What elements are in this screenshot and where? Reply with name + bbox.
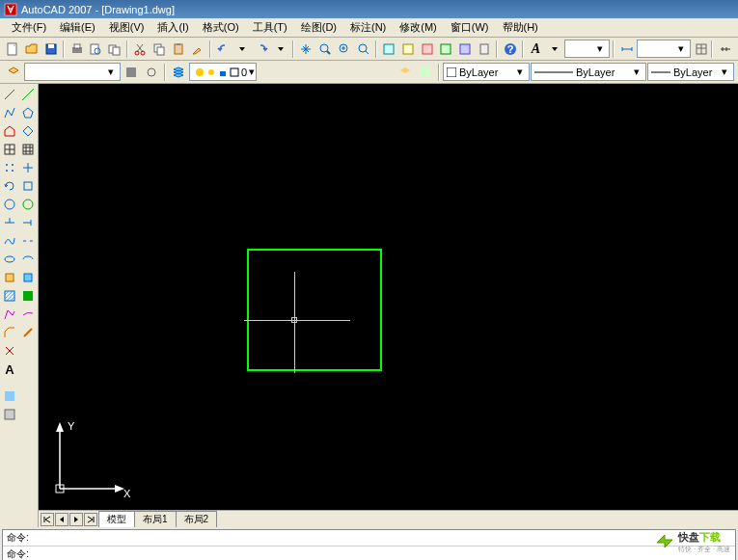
menu-view[interactable]: 视图(V) (103, 18, 150, 37)
ws-icon[interactable] (122, 63, 141, 82)
svg-point-29 (148, 68, 155, 76)
menu-edit[interactable]: 编辑(E) (54, 18, 101, 37)
command-window[interactable]: 命令: 命令: (2, 529, 736, 560)
menu-insert[interactable]: 插入(I) (151, 18, 194, 37)
color-fill-icon[interactable] (1, 387, 18, 405)
crosshair-horizontal (244, 320, 350, 321)
redo-icon[interactable] (253, 40, 271, 59)
ellipse-arc-icon[interactable] (19, 251, 37, 268)
chamfer-icon[interactable] (1, 324, 18, 341)
drawing-canvas[interactable]: Y X (39, 84, 738, 510)
text-icon[interactable]: A (1, 360, 18, 378)
command-input[interactable]: 命令: (3, 546, 735, 560)
canvas-area: Y X 模型 布局1 布局2 (39, 84, 738, 527)
undo-icon[interactable] (214, 40, 232, 59)
measure-icon[interactable] (716, 40, 734, 59)
design-center-icon[interactable] (399, 40, 418, 59)
open-icon[interactable] (23, 40, 41, 59)
layer-prop-icon[interactable] (4, 63, 23, 82)
menu-file[interactable]: 文件(F) (6, 18, 52, 37)
preview-icon[interactable] (87, 40, 105, 59)
font-style-dropdown[interactable]: ▾ (564, 40, 610, 58)
svg-rect-9 (113, 47, 120, 55)
region-icon[interactable] (1, 306, 18, 323)
new-icon[interactable] (4, 40, 22, 59)
tab-prev-icon[interactable] (55, 513, 68, 526)
tab-next-icon[interactable] (69, 513, 83, 526)
menu-format[interactable]: 格式(O) (197, 18, 245, 37)
layer-prev-icon[interactable] (396, 63, 415, 82)
copy-icon[interactable] (150, 40, 169, 59)
grid2-icon[interactable] (19, 141, 37, 158)
undo-dd-icon[interactable] (233, 40, 252, 59)
nav-icon[interactable] (1, 406, 18, 423)
menu-modify[interactable]: 修改(M) (394, 18, 443, 37)
cut-icon[interactable] (131, 40, 150, 59)
insert-icon[interactable] (19, 269, 37, 286)
tab-first-icon[interactable] (41, 513, 54, 526)
rotate-icon[interactable] (1, 177, 18, 195)
paste-icon[interactable] (170, 40, 188, 59)
layer-state-icon[interactable] (416, 63, 435, 82)
linetype-dropdown[interactable]: ByLayer▾ (531, 63, 646, 81)
hex-icon[interactable] (1, 196, 18, 213)
dim-icon[interactable] (617, 40, 636, 59)
tab-layout1[interactable]: 布局1 (134, 511, 177, 527)
house-icon[interactable] (1, 122, 18, 140)
pline-icon[interactable] (1, 104, 18, 121)
block-icon[interactable] (1, 269, 18, 286)
hatch-icon[interactable] (1, 287, 18, 305)
textstyle-icon[interactable]: A (527, 40, 545, 59)
tool-palette-icon[interactable] (418, 40, 436, 59)
zoom-prev-icon[interactable] (354, 40, 372, 59)
zoom-rt-icon[interactable] (316, 40, 335, 59)
sheet-icon[interactable] (437, 40, 455, 59)
hex-o-icon[interactable] (19, 196, 37, 213)
color-dropdown[interactable]: ByLayer▾ (443, 63, 530, 81)
polygon-icon[interactable] (19, 104, 37, 121)
tab-layout2[interactable]: 布局2 (176, 511, 218, 527)
menu-help[interactable]: 帮助(H) (497, 18, 544, 37)
menu-dimension[interactable]: 标注(N) (344, 18, 392, 37)
explode-icon[interactable] (1, 342, 18, 360)
tab-model[interactable]: 模型 (98, 511, 135, 527)
style-dd-icon[interactable] (546, 40, 564, 59)
chamfer2-icon[interactable] (19, 324, 37, 341)
menu-tools[interactable]: 工具(T) (247, 18, 293, 37)
square-icon[interactable] (19, 177, 37, 195)
workspace-dropdown[interactable]: ▾ (24, 63, 121, 81)
menu-draw[interactable]: 绘图(D) (295, 18, 342, 37)
break-icon[interactable] (19, 232, 37, 250)
menu-window[interactable]: 窗口(W) (445, 18, 495, 37)
grid-icon[interactable] (1, 141, 18, 158)
match-icon[interactable] (188, 40, 206, 59)
publish-icon[interactable] (106, 40, 124, 59)
props-icon[interactable] (380, 40, 398, 59)
xline-icon[interactable] (19, 86, 37, 103)
help-icon[interactable]: ? (501, 40, 519, 59)
tab-last-icon[interactable] (84, 513, 97, 526)
redo-dd-icon[interactable] (271, 40, 289, 59)
zoom-win-icon[interactable] (336, 40, 354, 59)
layer-manager-icon[interactable] (169, 63, 188, 82)
gradient-icon[interactable] (19, 287, 37, 305)
save-icon[interactable] (41, 40, 60, 59)
spline-icon[interactable] (1, 232, 18, 250)
table-style-icon[interactable] (692, 40, 710, 59)
markup-icon[interactable] (456, 40, 475, 59)
ellipse-icon[interactable] (1, 251, 18, 268)
pan-icon[interactable] (297, 40, 315, 59)
move-icon[interactable] (19, 159, 37, 176)
dim-style-dropdown[interactable]: ▾ (637, 40, 691, 58)
edit-poly-icon[interactable] (19, 122, 37, 140)
lineweight-dropdown[interactable]: ByLayer▾ (647, 63, 734, 81)
fillet-icon[interactable] (19, 306, 37, 323)
trim-icon[interactable] (1, 214, 18, 231)
print-icon[interactable] (68, 40, 86, 59)
extend-icon[interactable] (19, 214, 37, 231)
array-icon[interactable] (1, 159, 18, 176)
line-icon[interactable] (1, 86, 18, 103)
ws-settings-icon[interactable] (142, 63, 161, 82)
calc-icon[interactable] (476, 40, 494, 59)
layer-dropdown[interactable]: 0 ▾ (189, 63, 257, 81)
